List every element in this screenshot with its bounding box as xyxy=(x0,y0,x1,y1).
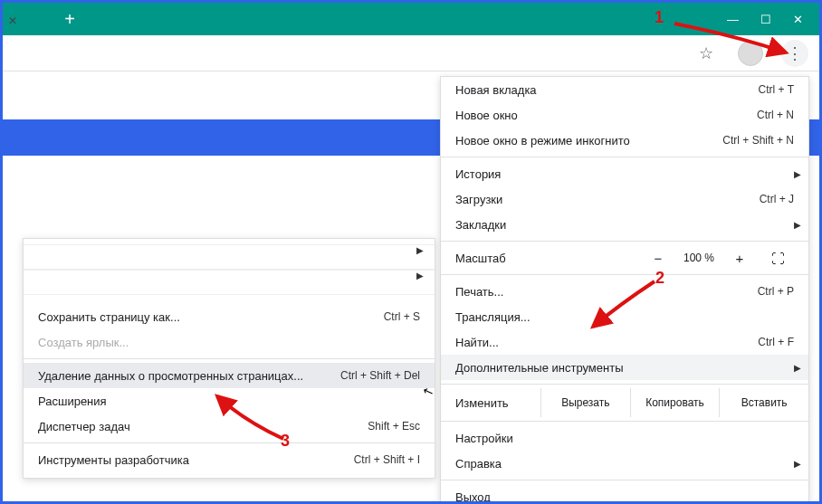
zoom-minus-button[interactable]: − xyxy=(642,251,674,266)
menu-item-zoom: Масштаб − 100 % + ⛶ xyxy=(441,245,808,271)
close-tab-icon[interactable]: ✕ xyxy=(8,14,17,27)
menu-item-new-tab[interactable]: Новая вкладкаCtrl + T xyxy=(441,77,808,102)
menu-item-edit: Изменить Вырезать Копировать Вставить xyxy=(441,388,808,417)
menu-item-exit[interactable]: Выход xyxy=(441,484,808,504)
annotation-number-1: 1 xyxy=(655,8,664,27)
menu-item-new-window[interactable]: Новое окноCtrl + N xyxy=(441,102,808,128)
chevron-right-icon: ▶ xyxy=(794,220,801,230)
annotation-arrow-3 xyxy=(204,389,294,452)
menu-item-history[interactable]: История▶ xyxy=(441,161,808,186)
zoom-value: 100 % xyxy=(674,252,723,264)
submenu-save-page-as[interactable]: Сохранить страницу как...Ctrl + S xyxy=(24,304,435,329)
annotation-arrow-1 xyxy=(670,13,797,67)
chevron-right-icon: ▶ xyxy=(416,245,424,255)
zoom-plus-button[interactable]: + xyxy=(723,251,756,266)
menu-item-settings[interactable]: Настройки xyxy=(441,425,808,451)
edit-copy-button[interactable]: Копировать xyxy=(630,388,720,417)
menu-item-bookmarks[interactable]: Закладки▶ xyxy=(441,212,808,237)
submenu-placeholder-row[interactable]: ▶ xyxy=(24,244,435,270)
menu-item-more-tools[interactable]: Дополнительные инструменты▶ xyxy=(441,355,808,380)
submenu-placeholder-row[interactable]: ▶ xyxy=(24,270,435,295)
menu-item-help[interactable]: Справка▶ xyxy=(441,451,808,476)
submenu-clear-browsing-data[interactable]: Удаление данных о просмотренных страница… xyxy=(24,363,435,388)
annotation-arrow-2 xyxy=(575,277,665,340)
edit-cut-button[interactable]: Вырезать xyxy=(540,388,630,417)
new-tab-button[interactable]: + xyxy=(57,6,82,32)
chevron-right-icon: ▶ xyxy=(794,459,801,469)
browser-tab[interactable]: ✕ xyxy=(3,4,30,35)
chevron-right-icon: ▶ xyxy=(794,169,801,179)
menu-item-incognito[interactable]: Новое окно в режиме инкогнитоCtrl + Shif… xyxy=(441,128,808,153)
chevron-right-icon: ▶ xyxy=(794,363,801,373)
chevron-right-icon: ▶ xyxy=(416,271,424,281)
fullscreen-icon[interactable]: ⛶ xyxy=(761,251,794,266)
edit-paste-button[interactable]: Вставить xyxy=(719,388,808,417)
submenu-create-shortcut[interactable]: Создать ярлык... xyxy=(24,329,435,355)
menu-item-downloads[interactable]: ЗагрузкиCtrl + J xyxy=(441,186,808,212)
